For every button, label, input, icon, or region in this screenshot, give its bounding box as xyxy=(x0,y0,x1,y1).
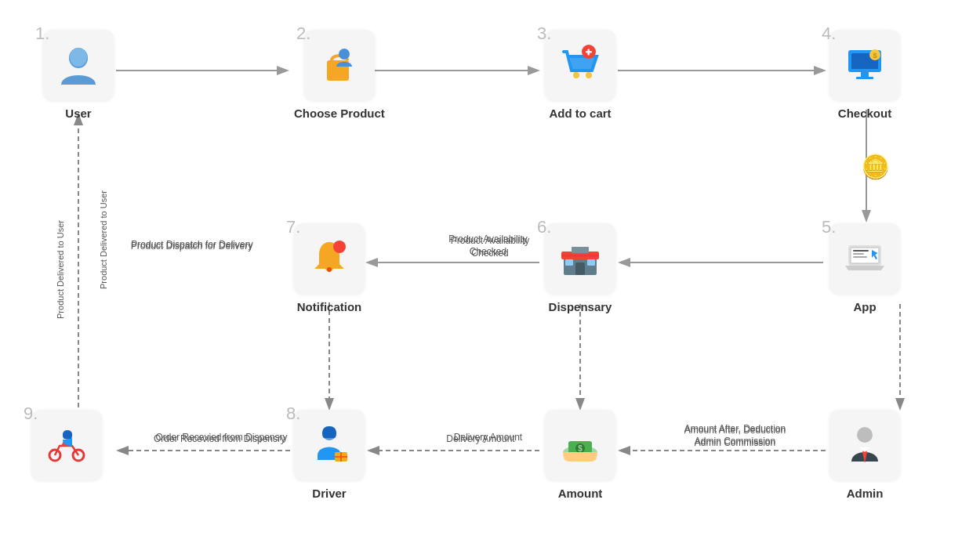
step-9: 9. xyxy=(24,404,38,424)
svg-rect-40 xyxy=(572,247,589,253)
app-label: App xyxy=(853,300,876,313)
delivery-amt-label-overlay: Delivery Amount xyxy=(430,433,532,446)
dispatch-label-overlay: Product Dispatch for Delivery xyxy=(119,241,264,253)
dispensary-icon-box xyxy=(545,223,615,294)
checkout-label: Checkout xyxy=(838,107,891,120)
driver-label: Driver xyxy=(312,487,346,500)
step-4: 4. xyxy=(822,24,836,44)
svg-point-18 xyxy=(586,72,592,78)
node-notification: 7. Notification xyxy=(294,223,365,313)
svg-rect-39 xyxy=(561,255,599,257)
step-2: 2. xyxy=(296,24,310,44)
svg-rect-36 xyxy=(575,262,585,275)
user-icon-box xyxy=(43,30,114,100)
step-1: 1. xyxy=(35,24,49,44)
svg-point-41 xyxy=(327,267,332,272)
availability-label-overlay: Product AvailabilityChecked xyxy=(435,233,541,258)
product-delivered-label: Product Delivered to User xyxy=(99,154,108,326)
svg-text:$: $ xyxy=(578,444,583,453)
svg-point-42 xyxy=(333,241,346,253)
add-to-cart-label: Add to cart xyxy=(549,107,611,120)
svg-point-17 xyxy=(573,72,579,78)
svg-text:$: $ xyxy=(873,52,877,60)
svg-rect-31 xyxy=(853,253,864,255)
node-add-to-cart: 3. Add to cart xyxy=(545,30,615,120)
step-5: 5. xyxy=(822,217,836,237)
svg-rect-32 xyxy=(853,256,867,258)
checkout-icon-box: $ xyxy=(829,30,900,100)
svg-rect-30 xyxy=(853,250,869,252)
delivery-rider-icon-box xyxy=(31,410,102,480)
svg-point-16 xyxy=(339,49,350,60)
choose-product-icon-box xyxy=(304,30,375,100)
node-app: 5. App xyxy=(829,223,900,313)
admin-label: Admin xyxy=(847,487,884,500)
node-checkout: 4. $ Checkout xyxy=(829,30,900,120)
svg-rect-37 xyxy=(565,259,573,266)
dispensary-label: Dispensary xyxy=(549,300,612,313)
notification-icon-box xyxy=(294,223,365,294)
choose-product-label: Choose Product xyxy=(294,107,385,120)
svg-rect-25 xyxy=(856,77,873,79)
node-choose-product: 2. Choose Product xyxy=(294,30,385,120)
vertical-delivered-label: Product Delivered to User xyxy=(56,220,65,319)
node-dispensary: 6. Dispensary xyxy=(545,223,615,313)
add-to-cart-icon-box xyxy=(545,30,615,100)
admin-icon-box xyxy=(829,410,900,480)
step-7: 7. xyxy=(286,217,300,237)
driver-icon-box xyxy=(294,410,365,480)
app-icon-box xyxy=(829,223,900,294)
amount-icon-box: $ xyxy=(545,410,615,480)
commission-label-overlay: Amount After, DeductionAdmin Commission xyxy=(659,425,811,449)
amount-label: Amount xyxy=(558,487,603,500)
flow-diagram: Product Dispatch for Delivery Product Av… xyxy=(0,0,980,543)
node-delivery-rider: 9. xyxy=(31,410,102,480)
node-user: 1. User xyxy=(43,30,114,120)
coins-icon: 🪙 xyxy=(861,153,890,180)
svg-point-51 xyxy=(857,427,873,443)
notification-label: Notification xyxy=(297,300,362,313)
svg-rect-38 xyxy=(587,259,595,266)
user-label: User xyxy=(65,107,91,120)
svg-point-14 xyxy=(70,48,87,67)
svg-rect-24 xyxy=(861,72,869,77)
node-admin: Admin xyxy=(829,410,900,500)
node-driver: 8. Driver xyxy=(294,410,365,500)
step-8: 8. xyxy=(286,404,300,424)
order-label-overlay: Order Recevied from Dispensry xyxy=(149,433,290,446)
svg-rect-21 xyxy=(588,49,590,56)
node-amount: $ Amount xyxy=(545,410,615,500)
step-3: 3. xyxy=(537,24,551,44)
